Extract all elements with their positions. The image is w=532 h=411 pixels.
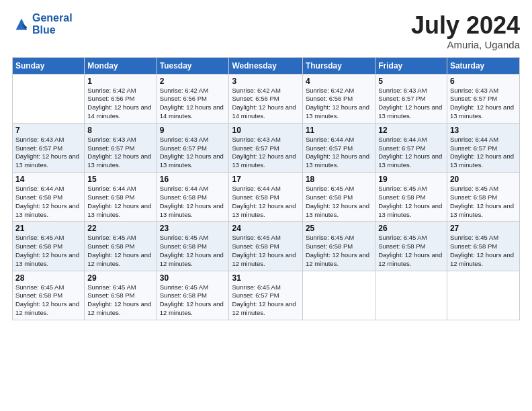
day-info: Sunrise: 6:45 AM Sunset: 6:58 PM Dayligh… [378,185,444,219]
day-number: 6 [450,77,517,86]
day-cell: 9Sunrise: 6:43 AM Sunset: 6:57 PM Daylig… [157,123,229,172]
logo: General Blue [12,12,73,36]
day-info: Sunrise: 6:45 AM Sunset: 6:58 PM Dayligh… [15,234,81,268]
day-info: Sunrise: 6:45 AM Sunset: 6:58 PM Dayligh… [378,234,444,268]
day-number: 22 [87,224,153,233]
day-info: Sunrise: 6:44 AM Sunset: 6:58 PM Dayligh… [87,185,153,219]
day-cell: 30Sunrise: 6:45 AM Sunset: 6:58 PM Dayli… [157,271,229,320]
day-cell: 12Sunrise: 6:44 AM Sunset: 6:57 PM Dayli… [375,123,447,172]
day-number: 17 [232,175,299,184]
day-cell: 24Sunrise: 6:45 AM Sunset: 6:58 PM Dayli… [229,222,302,271]
week-row-1: 1Sunrise: 6:42 AM Sunset: 6:56 PM Daylig… [13,74,520,123]
day-info: Sunrise: 6:44 AM Sunset: 6:58 PM Dayligh… [15,185,81,219]
weekday-header-tuesday: Tuesday [157,57,229,74]
day-info: Sunrise: 6:45 AM Sunset: 6:58 PM Dayligh… [450,185,517,219]
day-number: 1 [87,77,153,86]
day-info: Sunrise: 6:44 AM Sunset: 6:57 PM Dayligh… [306,136,372,170]
day-number: 29 [87,273,153,283]
day-cell: 3Sunrise: 6:42 AM Sunset: 6:56 PM Daylig… [229,74,302,123]
day-cell [447,271,519,320]
month-title: July 2024 [411,12,520,39]
day-cell: 22Sunrise: 6:45 AM Sunset: 6:58 PM Dayli… [85,222,157,271]
day-number: 21 [15,224,81,233]
day-cell: 4Sunrise: 6:42 AM Sunset: 6:56 PM Daylig… [302,74,375,123]
weekday-header-monday: Monday [85,57,157,74]
day-info: Sunrise: 6:45 AM Sunset: 6:58 PM Dayligh… [160,283,226,318]
day-cell: 20Sunrise: 6:45 AM Sunset: 6:58 PM Dayli… [447,173,519,222]
day-number: 15 [87,175,153,184]
day-cell: 31Sunrise: 6:45 AM Sunset: 6:57 PM Dayli… [229,271,302,320]
weekday-header-thursday: Thursday [302,57,375,74]
day-cell: 23Sunrise: 6:45 AM Sunset: 6:58 PM Dayli… [157,222,229,271]
day-cell: 14Sunrise: 6:44 AM Sunset: 6:58 PM Dayli… [13,173,85,222]
day-cell: 7Sunrise: 6:43 AM Sunset: 6:57 PM Daylig… [13,123,85,172]
week-row-4: 21Sunrise: 6:45 AM Sunset: 6:58 PM Dayli… [13,222,520,271]
day-number: 7 [15,126,81,135]
day-number: 18 [306,175,372,184]
day-number: 23 [160,224,226,233]
day-info: Sunrise: 6:45 AM Sunset: 6:57 PM Dayligh… [232,283,299,318]
day-number: 5 [378,77,444,86]
day-number: 24 [232,224,299,233]
day-number: 12 [378,126,444,135]
day-number: 4 [306,77,372,86]
day-cell: 10Sunrise: 6:43 AM Sunset: 6:57 PM Dayli… [229,123,302,172]
day-info: Sunrise: 6:43 AM Sunset: 6:57 PM Dayligh… [232,136,299,170]
page: General Blue July 2024 Amuria, Uganda Su… [0,0,532,411]
day-cell: 29Sunrise: 6:45 AM Sunset: 6:58 PM Dayli… [85,271,157,320]
weekday-header-sunday: Sunday [13,57,85,74]
day-info: Sunrise: 6:44 AM Sunset: 6:58 PM Dayligh… [232,185,299,219]
day-info: Sunrise: 6:44 AM Sunset: 6:57 PM Dayligh… [450,136,517,170]
day-number: 19 [378,175,444,184]
day-cell: 18Sunrise: 6:45 AM Sunset: 6:58 PM Dayli… [302,173,375,222]
day-number: 8 [87,126,153,135]
day-number: 26 [378,224,444,233]
day-cell: 2Sunrise: 6:42 AM Sunset: 6:56 PM Daylig… [157,74,229,123]
day-cell: 8Sunrise: 6:43 AM Sunset: 6:57 PM Daylig… [85,123,157,172]
day-number: 2 [160,77,226,86]
day-number: 30 [160,273,226,283]
logo-text: General Blue [32,12,73,36]
day-info: Sunrise: 6:42 AM Sunset: 6:56 PM Dayligh… [160,87,226,121]
day-number: 31 [232,273,299,283]
day-cell: 17Sunrise: 6:44 AM Sunset: 6:58 PM Dayli… [229,173,302,222]
day-info: Sunrise: 6:45 AM Sunset: 6:58 PM Dayligh… [87,234,153,268]
day-cell: 19Sunrise: 6:45 AM Sunset: 6:58 PM Dayli… [375,173,447,222]
week-row-3: 14Sunrise: 6:44 AM Sunset: 6:58 PM Dayli… [13,173,520,222]
day-info: Sunrise: 6:43 AM Sunset: 6:57 PM Dayligh… [378,87,444,121]
day-info: Sunrise: 6:43 AM Sunset: 6:57 PM Dayligh… [87,136,153,170]
day-number: 3 [232,77,299,86]
day-number: 10 [232,126,299,135]
weekday-header-row: SundayMondayTuesdayWednesdayThursdayFrid… [13,57,520,74]
day-cell: 5Sunrise: 6:43 AM Sunset: 6:57 PM Daylig… [375,74,447,123]
week-row-2: 7Sunrise: 6:43 AM Sunset: 6:57 PM Daylig… [13,123,520,172]
day-cell: 28Sunrise: 6:45 AM Sunset: 6:58 PM Dayli… [13,271,85,320]
day-cell: 6Sunrise: 6:43 AM Sunset: 6:57 PM Daylig… [447,74,519,123]
week-row-5: 28Sunrise: 6:45 AM Sunset: 6:58 PM Dayli… [13,271,520,320]
day-number: 11 [306,126,372,135]
day-cell: 26Sunrise: 6:45 AM Sunset: 6:58 PM Dayli… [375,222,447,271]
logo-icon [12,15,31,34]
day-info: Sunrise: 6:42 AM Sunset: 6:56 PM Dayligh… [232,87,299,121]
day-cell: 13Sunrise: 6:44 AM Sunset: 6:57 PM Dayli… [447,123,519,172]
title-block: July 2024 Amuria, Uganda [411,12,520,50]
day-cell: 21Sunrise: 6:45 AM Sunset: 6:58 PM Dayli… [13,222,85,271]
day-number: 28 [15,273,81,283]
day-cell: 16Sunrise: 6:44 AM Sunset: 6:58 PM Dayli… [157,173,229,222]
header: General Blue July 2024 Amuria, Uganda [12,12,520,50]
day-info: Sunrise: 6:45 AM Sunset: 6:58 PM Dayligh… [306,234,372,268]
day-info: Sunrise: 6:44 AM Sunset: 6:57 PM Dayligh… [378,136,444,170]
calendar-table: SundayMondayTuesdayWednesdayThursdayFrid… [12,57,520,320]
day-info: Sunrise: 6:43 AM Sunset: 6:57 PM Dayligh… [15,136,81,170]
location: Amuria, Uganda [411,39,520,50]
day-info: Sunrise: 6:43 AM Sunset: 6:57 PM Dayligh… [450,87,517,121]
day-cell [302,271,375,320]
day-cell: 27Sunrise: 6:45 AM Sunset: 6:58 PM Dayli… [447,222,519,271]
day-cell [375,271,447,320]
day-number: 13 [450,126,517,135]
weekday-header-friday: Friday [375,57,447,74]
day-cell: 15Sunrise: 6:44 AM Sunset: 6:58 PM Dayli… [85,173,157,222]
day-info: Sunrise: 6:45 AM Sunset: 6:58 PM Dayligh… [160,234,226,268]
day-info: Sunrise: 6:45 AM Sunset: 6:58 PM Dayligh… [232,234,299,268]
day-cell [13,74,85,123]
